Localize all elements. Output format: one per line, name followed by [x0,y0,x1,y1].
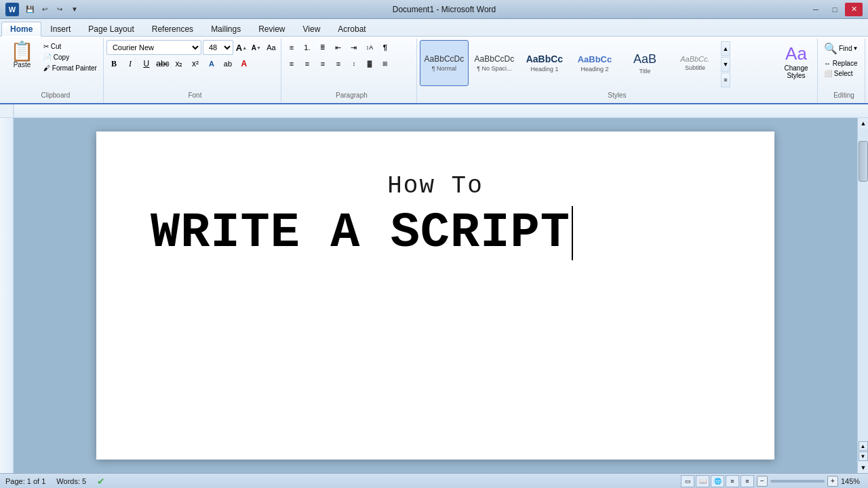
bullets-button[interactable]: ≡ [284,40,299,55]
tab-references[interactable]: References [143,21,202,36]
sort-button[interactable]: ↕A [362,40,377,55]
zoom-level[interactable]: 145% [841,477,863,485]
style-heading2[interactable]: AaBbCc Heading 2 [570,40,619,86]
style-title-label: Title [639,68,651,75]
ribbon-tab-bar: Home Insert Page Layout References Maili… [0,19,868,37]
font-size-select[interactable]: 48 [203,40,233,55]
minimize-button[interactable]: ─ [807,3,825,16]
text-highlight-button[interactable]: ab [220,56,235,71]
increase-indent-button[interactable]: ⇥ [347,40,361,55]
style-title[interactable]: AaB Title [620,40,669,86]
save-button[interactable]: 💾 [23,3,37,16]
undo-button[interactable]: ↩ [38,3,52,16]
doc-scroll-area[interactable]: How To WRITE A SCRIPT [14,118,857,473]
underline-button[interactable]: U [139,56,154,71]
style-subtitle[interactable]: AaBbCc. Subtitle [671,40,719,86]
decrease-indent-button[interactable]: ⇤ [331,40,346,55]
tab-mailings[interactable]: Mailings [202,21,250,36]
spell-check-indicator: ✔ [97,476,105,487]
document-page[interactable]: How To WRITE A SCRIPT [96,131,774,460]
font-size-decrease-button[interactable]: A▼ [250,41,263,54]
print-layout-button[interactable]: ▭ [681,475,694,487]
format-painter-button[interactable]: 🖌 Format Painter [40,63,100,73]
align-center-button[interactable]: ≡ [300,56,315,71]
redo-button[interactable]: ↪ [53,3,66,16]
style-title-preview: AaB [633,52,656,66]
shading-button[interactable]: ▓ [362,56,377,71]
numbering-button[interactable]: 1. [300,40,315,55]
find-button[interactable]: 🔍 Find ▼ [821,40,861,57]
group-font: Courier New 48 A▲ A▼ Aa B I U abc x₂ [104,39,281,103]
doc-line1: How To [151,172,720,200]
styles-scroll-controls: ▲ ▼ ≡ [721,41,730,87]
style-heading2-label: Heading 2 [580,66,608,73]
zoom-in-button[interactable]: + [827,476,838,487]
borders-button[interactable]: ⊞ [378,56,393,71]
select-button[interactable]: ⬜ Select [821,68,862,79]
tab-acrobat[interactable]: Acrobat [329,21,374,36]
window-controls[interactable]: ─ □ ✕ [807,3,863,16]
subscript-button[interactable]: x₂ [172,56,186,71]
vertical-scrollbar[interactable]: ▲ ▲ ▼ ▼ [857,118,868,473]
clipboard-small-buttons: ✂ Cut 📄 Copy 🖌 Format Painter [40,41,100,73]
copy-button[interactable]: 📄 Copy [40,52,100,62]
font-size-increase-button[interactable]: A▲ [235,41,248,54]
line-spacing-button[interactable]: ↕ [347,56,361,71]
zoom-slider[interactable] [770,480,825,483]
style-no-spacing[interactable]: AaBbCcDc ¶ No Spaci... [470,40,519,86]
style-no-spacing-preview: AaBbCcDc [475,54,515,64]
draft-button[interactable]: ≡ [741,475,754,487]
align-left-button[interactable]: ≡ [284,56,299,71]
full-reading-button[interactable]: 📖 [696,475,709,487]
style-normal-label: ¶ Normal [432,65,456,72]
font-color-button[interactable]: A [237,56,252,71]
style-normal[interactable]: AaBbCcDc ¶ Normal [420,40,469,86]
group-paragraph: ≡ 1. ≣ ⇤ ⇥ ↕A ¶ ≡ ≡ ≡ ≡ ↕ ▓ ⊞ Paragraph [281,39,417,103]
bold-button[interactable]: B [106,56,121,71]
tab-page-layout[interactable]: Page Layout [79,21,142,36]
align-right-button[interactable]: ≡ [315,56,330,71]
multilevel-list-button[interactable]: ≣ [315,40,330,55]
scroll-prev-page-button[interactable]: ▲ [859,441,868,451]
tab-insert[interactable]: Insert [41,21,79,36]
style-heading1[interactable]: AaBbCc Heading 1 [520,40,569,86]
zoom-out-button[interactable]: − [757,476,768,487]
clear-format-button[interactable]: Aa [264,41,278,54]
web-layout-button[interactable]: 🌐 [711,475,724,487]
para-row-1: ≡ 1. ≣ ⇤ ⇥ ↕A ¶ [284,40,393,55]
scrollbar-thumb[interactable] [859,141,868,182]
italic-button[interactable]: I [123,56,138,71]
find-dropdown-icon: ▼ [852,45,858,52]
customize-button[interactable]: ▼ [68,3,81,16]
strikethrough-button[interactable]: abc [155,56,170,71]
tab-view[interactable]: View [294,21,330,36]
style-heading1-label: Heading 1 [530,66,558,73]
group-editing: 🔍 Find ▼ ↔ Replace ⬜ Select Editing [818,39,865,103]
style-no-spacing-label: ¶ No Spaci... [477,65,511,72]
change-styles-button[interactable]: Aa Change Styles [778,40,814,83]
scroll-up-button[interactable]: ▲ [858,118,868,129]
scroll-down-button[interactable]: ▼ [858,462,868,473]
styles-scroll-up-button[interactable]: ▲ [721,41,730,56]
styles-scroll-down-button[interactable]: ▼ [721,57,730,72]
styles-label: Styles [417,90,817,100]
outline-button[interactable]: ≡ [726,475,739,487]
format-painter-icon: 🖌 [43,64,52,72]
cut-button[interactable]: ✂ Cut [40,41,100,52]
replace-button[interactable]: ↔ Replace [821,58,862,68]
tab-home[interactable]: Home [1,22,41,37]
scroll-next-page-button[interactable]: ▼ [859,451,868,461]
doc-line2: WRITE A SCRIPT [151,205,720,261]
styles-expand-button[interactable]: ≡ [721,73,730,87]
justify-button[interactable]: ≡ [331,56,346,71]
text-cursor [572,206,573,260]
font-name-select[interactable]: Courier New [106,40,201,55]
maximize-button[interactable]: □ [826,3,844,16]
word-count: Words: 5 [56,477,86,485]
tab-review[interactable]: Review [250,21,294,36]
close-button[interactable]: ✕ [845,3,863,16]
show-hide-marks-button[interactable]: ¶ [378,40,393,55]
superscript-button[interactable]: x² [188,56,203,71]
text-effects-button[interactable]: A [204,56,219,71]
paste-button[interactable]: 📋 Paste [5,40,39,70]
